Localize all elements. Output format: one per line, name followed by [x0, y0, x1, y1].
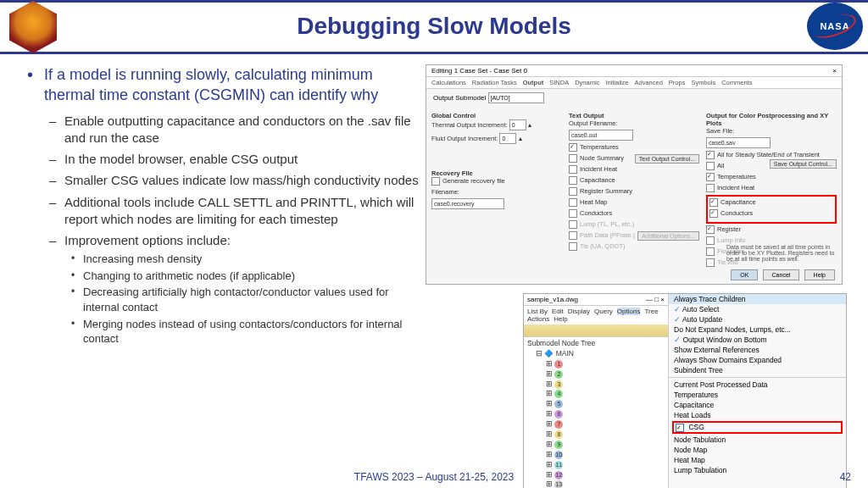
- screenshots-column: Editing 1 Case Set - Case Set 0 × Calcul…: [426, 64, 853, 351]
- highlight-capacitance-conductors: Capacitance Conductors: [706, 195, 837, 224]
- dialog-buttons: OK Cancel Help: [728, 269, 835, 280]
- thermal-inc-input[interactable]: 0: [509, 119, 526, 130]
- sub-item: Additional tools include CALL SETTL and …: [64, 194, 422, 229]
- case-set-dialog: Editing 1 Case Set - Case Set 0 × Calcul…: [426, 64, 843, 285]
- window-controls[interactable]: — □ ×: [646, 296, 665, 303]
- bullet-column: If a model is running slowly, calculatin…: [24, 64, 422, 351]
- node-tree: Submodel Node Tree ⊟ 🔷 MAIN ⊞ 1 ⊞ 2 ⊞ 3 …: [524, 337, 668, 488]
- help-button[interactable]: Help: [804, 269, 835, 280]
- data-note: Data must be saved at all time points in…: [726, 244, 837, 262]
- nasa-logo: NASA: [807, 3, 863, 50]
- tab[interactable]: Symbols: [691, 79, 715, 86]
- browser-menu: List ByEditDisplayQueryOptionsTree Actio…: [524, 306, 668, 324]
- sub-list: Enable outputting capacitance and conduc…: [24, 113, 422, 347]
- tab[interactable]: SINDA: [549, 79, 569, 86]
- header: Debugging Slow Models NASA: [0, 0, 868, 54]
- main-bullet: If a model is running slowly, calculatin…: [24, 64, 422, 106]
- tab[interactable]: Dynamic: [575, 79, 599, 86]
- cancel-button[interactable]: Cancel: [763, 269, 800, 280]
- text-output-control-button[interactable]: Text Output Control...: [635, 154, 699, 164]
- content: If a model is running slowly, calculatin…: [0, 54, 868, 351]
- footer-text: TFAWS 2023 – August 21-25, 2023: [0, 471, 868, 483]
- tab[interactable]: Calculations: [431, 79, 466, 86]
- global-control-col: Global Control Thermal Output Increment:…: [431, 112, 562, 269]
- sub2-item: Merging nodes instead of using contactor…: [83, 317, 422, 347]
- ok-button[interactable]: OK: [731, 269, 758, 280]
- output-filename-input[interactable]: case0.out: [569, 130, 633, 141]
- text-output-col: Text Output Output Filename: case0.out T…: [569, 112, 699, 269]
- dialog-tabs: CalculationsRadiation TasksOutputSINDADy…: [426, 77, 842, 89]
- sub-item: Enable outputting capacitance and conduc…: [64, 113, 422, 147]
- sub2-item: Increasing mesh density: [83, 252, 422, 267]
- additional-options-button[interactable]: Additional Options...: [637, 231, 699, 241]
- gen-recovery-checkbox[interactable]: [431, 177, 440, 186]
- toolbar-icons[interactable]: [524, 324, 668, 337]
- options-menu: Always Trace Children Auto Select Auto U…: [669, 294, 846, 488]
- page-title: Debugging Slow Models: [0, 3, 868, 40]
- recovery-filename-input[interactable]: case0.recovery: [431, 198, 504, 209]
- sub-item: Improvement options include: Increasing …: [64, 232, 422, 347]
- tab[interactable]: Advanced: [634, 79, 662, 86]
- close-icon[interactable]: ×: [832, 67, 837, 75]
- tab[interactable]: Radiation Tasks: [472, 79, 517, 86]
- highlight-csg: CSG: [672, 421, 843, 434]
- sub-item: Smaller CSG values indicate low mass/hig…: [64, 172, 422, 189]
- sub-item: In the model browser, enable CSG output: [64, 151, 422, 168]
- tab[interactable]: Output: [523, 79, 544, 86]
- tab[interactable]: Props: [669, 79, 686, 86]
- model-browser-dialog: sample_v1a.dwg — □ × List ByEditDisplayQ…: [523, 293, 847, 488]
- save-file-input[interactable]: case0.sav: [706, 137, 771, 148]
- save-output-control-button[interactable]: Save Output Control...: [770, 159, 837, 169]
- fluid-inc-input[interactable]: 0: [499, 133, 516, 144]
- sub2-item: Decreasing artificially high contactor/c…: [83, 285, 422, 314]
- output-submodel-input[interactable]: [AUTO]: [488, 92, 544, 103]
- sub2-item: Changing to arithmetic nodes (if applica…: [83, 269, 422, 284]
- sub2-list: Increasing mesh density Changing to arit…: [64, 252, 422, 346]
- tab[interactable]: Initialize: [605, 79, 628, 86]
- dialog-titlebar: Editing 1 Case Set - Case Set 0 ×: [426, 65, 842, 77]
- browser-left-panel: sample_v1a.dwg — □ × List ByEditDisplayQ…: [524, 294, 669, 488]
- tab[interactable]: Comments: [721, 79, 752, 86]
- page-number: 42: [840, 471, 851, 483]
